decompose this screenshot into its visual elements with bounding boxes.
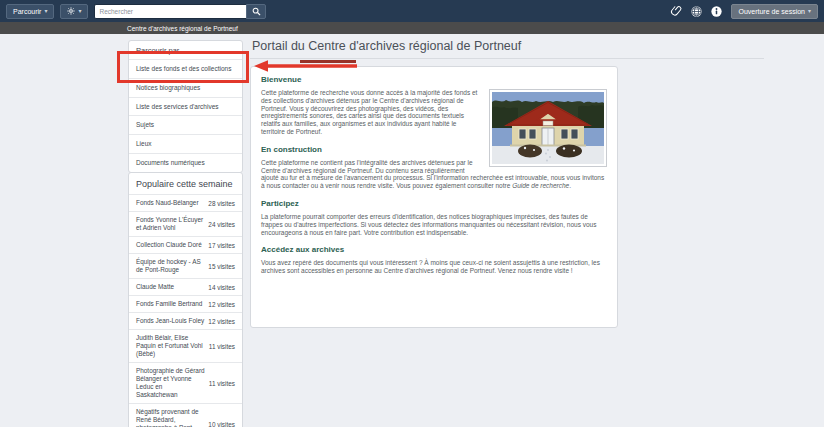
popular-item-visits: 17 visites — [208, 242, 235, 249]
chevron-down-icon: ▾ — [808, 8, 811, 14]
popular-item-visits: 11 visites — [209, 380, 235, 387]
page-title: Portail du Centre d'archives régional de… — [252, 39, 521, 53]
sidebar-item-notices-biographiques[interactable]: Notices biographiques — [129, 78, 242, 97]
search-bar — [94, 4, 266, 19]
section-heading-accedez: Accédez aux archives — [261, 245, 607, 254]
popular-card-title: Populaire cette semaine — [129, 173, 242, 194]
bienvenue-text: Cette plateforme de recherche vous donne… — [261, 89, 477, 135]
popular-item-label: Judith Bélair, Elise Paquin et Fortunat … — [136, 334, 205, 358]
popular-item-label: Collection Claude Doré — [136, 241, 204, 249]
popular-item[interactable]: Photographie de Gérard Bélanger et Yvonn… — [129, 362, 242, 403]
popular-item[interactable]: Fonds Naud-Bélanger 28 visites — [129, 194, 242, 211]
guide-de-recherche-link: Guide de recherche — [512, 182, 569, 189]
section-paragraph-participez: La plateforme pourrait comporter des err… — [261, 213, 607, 236]
topbar-right-group: Ouverture de session ▾ — [672, 4, 818, 19]
annotation-dark-dash — [300, 60, 356, 63]
popular-item-visits: 28 visites — [208, 200, 235, 207]
section-paragraph-bienvenue: Cette plateforme de recherche vous donne… — [261, 89, 607, 136]
popular-item[interactable]: Équipe de hockey - AS de Pont-Rouge 15 v… — [129, 253, 242, 278]
section-heading-bienvenue: Bienvenue — [261, 75, 607, 84]
popular-item-label: Photographie de Gérard Bélanger et Yvonn… — [136, 367, 205, 399]
paperclip-icon — [670, 3, 685, 19]
sidebar-item-fonds-collections[interactable]: Liste des fonds et des collections — [129, 59, 242, 78]
chevron-down-icon: ▾ — [78, 8, 81, 14]
gear-icon — [67, 7, 75, 15]
title-divider — [250, 58, 764, 59]
gear-menu-button[interactable]: ▾ — [60, 4, 88, 19]
popular-item-visits: 12 visites — [208, 318, 235, 325]
site-name[interactable]: Centre d'archives régional de Portneuf — [127, 25, 238, 32]
sidebar-item-services-archives[interactable]: Liste des services d'archives — [129, 97, 242, 116]
globe-icon — [691, 6, 702, 17]
popular-this-week-card: Populaire cette semaine Fonds Naud-Bélan… — [128, 172, 243, 427]
popular-item[interactable]: Négatifs provenant de René Bédard, photo… — [129, 403, 242, 427]
browse-menu-button[interactable]: Parcourir ▾ — [6, 4, 54, 19]
sidebar-item-documents-numeriques[interactable]: Documents numériques — [129, 153, 242, 172]
popular-item-visits: 24 visites — [208, 221, 235, 228]
participez-text: La plateforme pourrait comporter des err… — [261, 213, 596, 236]
popular-item-label: Négatifs provenant de René Bédard, photo… — [136, 408, 204, 427]
site-name-bar: Centre d'archives régional de Portneuf — [0, 22, 824, 34]
popular-item-label: Équipe de hockey - AS de Pont-Rouge — [136, 258, 204, 274]
section-paragraph-accedez: Vous avez repéré des documents qui vous … — [261, 259, 607, 275]
popular-item-label: Fonds Naud-Bélanger — [136, 199, 204, 207]
popular-item[interactable]: Fonds Yvonne L'Écuyer et Adrien Vohl 24 … — [129, 211, 242, 236]
browse-sidebar-title: Parcourir par — [129, 41, 242, 59]
search-button[interactable] — [246, 4, 266, 19]
search-icon — [252, 7, 261, 16]
popular-item[interactable]: Claude Matte 14 visites — [129, 278, 242, 295]
popular-item[interactable]: Fonds Jean-Louis Foley 12 visites — [129, 312, 242, 329]
popular-item-label: Fonds Yvonne L'Écuyer et Adrien Vohl — [136, 216, 204, 232]
sidebar-item-lieux[interactable]: Lieux — [129, 134, 242, 153]
popular-item-label: Fonds Jean-Louis Foley — [136, 317, 204, 325]
info-button[interactable] — [711, 6, 722, 17]
popular-item-visits: 12 visites — [208, 301, 235, 308]
popular-item-label: Claude Matte — [136, 283, 204, 291]
en-construction-text-suffix: . — [569, 182, 571, 189]
browse-sidebar-card: Parcourir par Liste des fonds et des col… — [128, 40, 243, 173]
popular-item-visits: 10 visites — [208, 421, 235, 427]
language-button[interactable] — [691, 6, 702, 17]
popular-item-label: Fonds Famille Bertrand — [136, 300, 204, 308]
login-button[interactable]: Ouverture de session ▾ — [731, 4, 818, 19]
popular-item[interactable]: Fonds Famille Bertrand 12 visites — [129, 295, 242, 312]
chevron-down-icon: ▾ — [44, 8, 47, 14]
sidebar-item-sujets[interactable]: Sujets — [129, 115, 242, 134]
browse-menu-label: Parcourir — [13, 8, 41, 15]
popular-item[interactable]: Judith Bélair, Elise Paquin et Fortunat … — [129, 329, 242, 362]
login-button-label: Ouverture de session — [738, 8, 805, 15]
clipboard-button[interactable] — [672, 5, 682, 17]
popular-item-visits: 15 visites — [208, 263, 235, 270]
info-icon — [711, 6, 722, 17]
accedez-text: Vous avez repéré des documents qui vous … — [261, 259, 600, 274]
popular-item-visits: 14 visites — [208, 284, 235, 291]
search-input[interactable] — [94, 4, 246, 19]
popular-item-visits: 11 visites — [209, 343, 235, 350]
archives-building-photo — [489, 89, 607, 167]
section-heading-participez: Participez — [261, 199, 607, 208]
top-nav-bar: Parcourir ▾ ▾ — [0, 0, 824, 22]
welcome-content-card: Bienvenue — [250, 66, 618, 328]
popular-item[interactable]: Collection Claude Doré 17 visites — [129, 236, 242, 253]
